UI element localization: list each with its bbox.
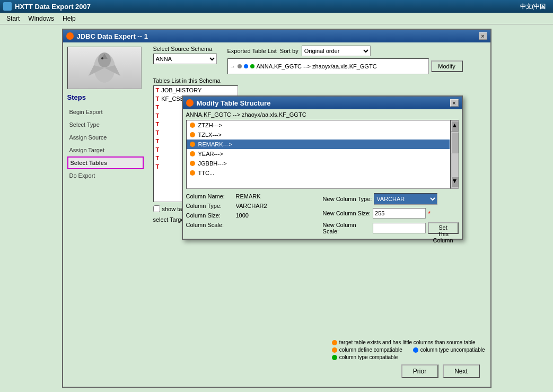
legend-target-row: target table exists and has little colum… [332, 339, 485, 345]
col-name-3: YEAR---> [198, 151, 223, 157]
table-icon-1: T [156, 87, 160, 93]
menu-bar: Start Windows Help [0, 13, 553, 24]
left-col-info: Column Name: REMARK Column Type: VARCHAR… [186, 193, 320, 234]
source-schema-label: Select Source Schema [153, 46, 217, 52]
app-title: HXTT Data Export 2007 [15, 3, 91, 11]
menu-start[interactable]: Start [2, 14, 24, 23]
exported-table-section: Exported Table List Sort by Original ord… [227, 46, 487, 74]
col-name-value: REMARK [236, 193, 261, 199]
next-button[interactable]: Next [443, 364, 480, 378]
scroll-thumb[interactable] [451, 132, 459, 153]
col-name-0: ZTZH---> [198, 122, 223, 128]
dialog-icon [66, 32, 74, 40]
new-col-size-input[interactable] [373, 208, 426, 219]
new-col-type-select[interactable]: VARCHARINTEGERNUMERICDATEBOOLEAN [374, 193, 437, 205]
dot-gray-icon [238, 64, 242, 68]
tables-list-label: Tables List in this Schema [153, 77, 256, 84]
dialog-title-bar: JDBC Data Expert -- 1 × [63, 30, 490, 42]
col-name-4: JGBBH---> [198, 160, 227, 167]
title-bar: HXTT Data Export 2007 中文(中国 [0, 0, 553, 13]
legend-label-1: column type compatiable [339, 354, 398, 360]
dot-blue-icon [244, 64, 248, 68]
prior-button[interactable]: Prior [401, 364, 438, 378]
sort-select[interactable]: Original order [302, 46, 371, 56]
col-dot-3 [190, 151, 195, 156]
modify-close-button[interactable]: × [450, 99, 459, 107]
col-size-label: Column Size: [186, 212, 234, 219]
step-select-tables[interactable]: Select Tables [67, 156, 144, 169]
exported-label: Exported Table List [227, 48, 277, 54]
legend-dot-2 [413, 347, 418, 353]
column-info-grid: Column Name: REMARK Column Type: VARCHAR… [183, 189, 462, 239]
table-list-item[interactable]: T JOB_HISTORY [154, 86, 238, 94]
main-dialog: JDBC Data Expert -- 1 × [62, 29, 491, 388]
legend-items: column define compatiable column type co… [332, 347, 485, 360]
legend-item-0: column define compatiable [332, 347, 402, 353]
modify-title-bar: Modify Table Structure × [183, 97, 462, 109]
col-name-label: Column Name: [186, 193, 234, 199]
arrow-icon: → [230, 64, 235, 69]
step-do-export[interactable]: Do Export [67, 169, 144, 182]
step-assign-target[interactable]: Assign Target [67, 144, 144, 156]
table-icon-7: T [156, 138, 160, 144]
legend-section: target table exists and has little colum… [332, 339, 485, 360]
table-icon-9: T [156, 155, 160, 161]
col-size-value: 1000 [236, 212, 249, 219]
col-item-4[interactable]: JGBBH---> [187, 159, 450, 168]
col-item-1[interactable]: TZLX---> [187, 130, 450, 140]
step-begin-export[interactable]: Begin Export [67, 106, 144, 118]
col-scale-row: Column Scale: [186, 222, 320, 228]
modify-dialog-icon [186, 99, 194, 107]
menu-help[interactable]: Help [58, 14, 80, 23]
col-name-row: Column Name: REMARK [186, 193, 320, 199]
col-dot-2 [190, 142, 195, 147]
modify-button[interactable]: Modify [431, 60, 463, 72]
col-scale-label: Column Scale: [186, 222, 234, 228]
main-content: JDBC Data Expert -- 1 × [0, 24, 553, 392]
legend-item-1: column type compatiable [332, 354, 402, 360]
legend-label-2: column type uncompatiable [420, 347, 485, 353]
source-schema-select[interactable]: ANNA [153, 54, 217, 64]
steps-header: Steps [67, 93, 144, 101]
eagle-logo [67, 47, 142, 89]
columns-list-container: ZTZH---> TZLX---> REMARK---> [186, 120, 459, 189]
modify-dialog-title: Modify Table Structure [197, 99, 271, 107]
new-col-type-row: New Column Type: VARCHARINTEGERNUMERICDA… [323, 193, 459, 205]
modify-dialog: Modify Table Structure × ANNA.KF_GGTC --… [182, 95, 463, 240]
legend-item-2: column type uncompatiable [413, 347, 485, 353]
new-col-scale-input[interactable] [373, 223, 426, 233]
table-icon-3: T [156, 104, 160, 110]
legend-dot-0 [332, 347, 337, 353]
col-item-2[interactable]: REMARK---> [187, 140, 450, 149]
show-tables-checkbox[interactable] [153, 205, 160, 212]
new-col-size-row: New Column Size: * [323, 208, 459, 219]
legend-dot-1 [332, 355, 337, 360]
right-col-info: New Column Type: VARCHARINTEGERNUMERICDA… [323, 193, 459, 234]
col-dot-4 [190, 161, 195, 166]
columns-scrollbar[interactable]: ▲ ▼ [450, 120, 459, 189]
set-column-button[interactable]: Set This Column [428, 222, 459, 234]
col-dot-1 [190, 132, 195, 137]
col-name-1: TZLX---> [198, 132, 222, 138]
col-type-row: Column Type: VARCHAR2 [186, 203, 320, 209]
columns-list[interactable]: ZTZH---> TZLX---> REMARK---> [186, 120, 459, 189]
table-icon-4: T [156, 112, 160, 119]
scroll-up-btn[interactable]: ▲ [451, 121, 459, 132]
col-item-3[interactable]: YEAR---> [187, 149, 450, 159]
dialog-close-button[interactable]: × [479, 32, 487, 40]
col-item-5[interactable]: TTC... [187, 168, 450, 178]
menu-windows[interactable]: Windows [24, 14, 58, 23]
col-item-0[interactable]: ZTZH---> [187, 120, 450, 130]
step-select-type[interactable]: Select Type [67, 118, 144, 131]
legend-target-text: target table exists and has little colum… [339, 339, 476, 345]
col-name-5: TTC... [198, 170, 215, 176]
col-name-2: REMARK---> [198, 141, 232, 147]
svg-point-5 [101, 57, 103, 59]
table-icon-10: T [156, 163, 160, 170]
required-asterisk: * [428, 210, 431, 217]
right-panel: Select Source Schema ANNA Exported Table… [150, 42, 490, 387]
scroll-down-btn[interactable]: ▼ [451, 177, 459, 187]
exported-entry: ANNA.KF_GGTC --> zhaoyx/aa.xls.KF_GGTC [257, 63, 377, 69]
step-assign-source[interactable]: Assign Source [67, 131, 144, 144]
col-dot-5 [190, 170, 195, 176]
